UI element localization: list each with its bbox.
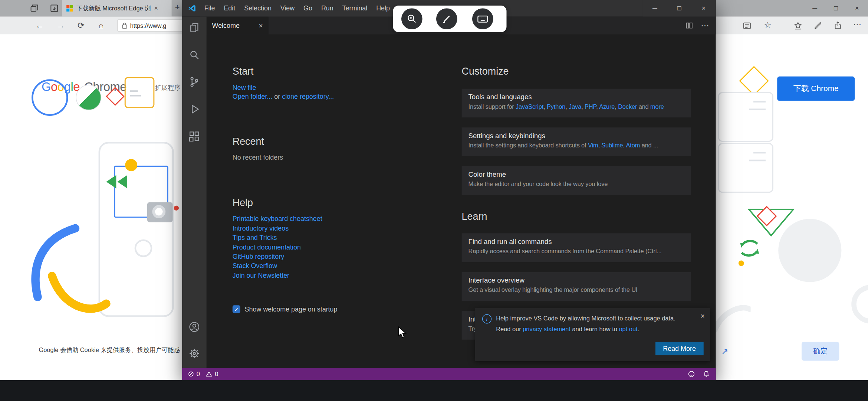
tab-close-icon[interactable]: × <box>259 21 263 29</box>
windows-taskbar: e ∧ 英 19:37 2020/12/27 <box>0 380 868 401</box>
menu-terminal[interactable]: Terminal <box>338 0 372 17</box>
text-segment: Make the editor and your code look the w… <box>468 181 608 188</box>
notification-close-icon[interactable]: × <box>700 312 704 320</box>
vscode-window: Welcome - Visual Studio Code File Edit S… <box>182 0 716 380</box>
inline-link[interactable]: Vim <box>588 142 598 149</box>
more-actions-icon[interactable]: ⋯ <box>701 20 709 30</box>
feedback-smiley-icon[interactable] <box>687 370 695 378</box>
keyboard-button[interactable] <box>472 8 493 29</box>
inline-link[interactable]: clone repository... <box>282 92 334 100</box>
card-title: Find and run all commands <box>468 238 684 245</box>
menu-view[interactable]: View <box>276 0 299 17</box>
favorites-hub-icon[interactable] <box>794 22 802 30</box>
vscode-minimize-button[interactable]: ─ <box>643 0 667 17</box>
card-interface-overview[interactable]: Interface overview Get a visual overlay … <box>462 272 691 301</box>
inline-link[interactable]: privacy statement <box>523 326 571 332</box>
inline-link[interactable]: opt out <box>619 326 637 332</box>
card-find-run-commands[interactable]: Find and run all commands Rapidly access… <box>462 233 691 262</box>
tab-welcome[interactable]: Welcome × <box>207 17 269 35</box>
notes-pen-icon[interactable] <box>814 22 822 30</box>
menu-help[interactable]: Help <box>372 0 394 17</box>
inline-link[interactable]: more <box>650 103 664 110</box>
new-file-link[interactable]: New file <box>233 83 256 92</box>
search-icon[interactable] <box>182 43 207 67</box>
reading-view-icon[interactable] <box>743 22 751 30</box>
help-link-docs[interactable]: Product documentation <box>233 243 322 252</box>
pen-button[interactable] <box>436 8 457 29</box>
split-editor-icon[interactable] <box>685 22 693 29</box>
text-segment: , <box>543 103 547 110</box>
explorer-icon[interactable] <box>182 16 207 40</box>
browser-tab[interactable]: 下载新版 Microsoft Edge 浏 × <box>62 0 171 17</box>
vscode-statusbar: 0 0 <box>182 368 716 380</box>
inline-link[interactable]: Docker <box>618 103 637 110</box>
inline-link[interactable]: PHP <box>585 103 596 110</box>
menu-file[interactable]: File <box>200 0 220 17</box>
zoom-in-button[interactable] <box>401 8 423 29</box>
tab-close-icon[interactable]: × <box>154 4 158 12</box>
menu-edit[interactable]: Edit <box>219 0 240 17</box>
card-color-theme[interactable]: Color theme Make the editor and your cod… <box>462 166 691 195</box>
new-tab-button[interactable]: + <box>175 2 180 12</box>
menu-selection[interactable]: Selection <box>240 0 276 17</box>
inline-link[interactable]: Open folder... <box>233 92 273 100</box>
info-icon: i <box>482 314 491 323</box>
edge-maximize-button[interactable]: □ <box>825 0 846 17</box>
inline-link[interactable]: JavaScript <box>516 103 543 110</box>
inline-link[interactable]: Atom <box>626 142 640 149</box>
extensions-icon[interactable] <box>182 124 207 149</box>
tab-preview-icon[interactable] <box>30 4 39 13</box>
text-segment: and learn how to <box>571 326 619 332</box>
edge-minimize-button[interactable]: ─ <box>804 0 825 17</box>
read-more-button[interactable]: Read More <box>655 342 703 355</box>
card-tools-and-languages[interactable]: Tools and languages Install support for … <box>462 89 691 118</box>
share-icon[interactable] <box>834 21 842 29</box>
set-aside-tabs-icon[interactable] <box>50 4 59 13</box>
run-debug-icon[interactable] <box>182 97 207 121</box>
refresh-button[interactable]: ⟳ <box>78 19 85 32</box>
text-segment: and <box>637 103 650 110</box>
help-link-stackoverflow[interactable]: Stack Overflow <box>233 261 322 271</box>
decoration-circle-gray-big <box>778 219 841 282</box>
menu-go[interactable]: Go <box>299 0 317 17</box>
download-chrome-button[interactable]: 下载 Chrome <box>777 76 855 101</box>
help-link-newsletter[interactable]: Join our Newsletter <box>233 271 322 280</box>
mouse-cursor <box>398 326 410 339</box>
favorites-star-icon[interactable]: ☆ <box>764 20 771 30</box>
inline-link[interactable]: Python <box>547 103 565 110</box>
text-segment: , <box>581 103 585 110</box>
forward-button[interactable]: → <box>56 19 65 32</box>
vscode-window-controls: ─ □ × <box>643 0 716 17</box>
vscode-close-button[interactable]: × <box>691 0 716 17</box>
source-control-icon[interactable] <box>182 70 207 94</box>
account-icon[interactable] <box>182 315 207 339</box>
startup-checkbox[interactable]: ✓ <box>233 305 240 313</box>
notifications-bell-icon[interactable] <box>703 370 710 378</box>
card-settings-keybindings[interactable]: Settings and keybindings Install the set… <box>462 127 691 156</box>
text-segment: Rapidly access and search commands from … <box>468 248 662 254</box>
text-segment: . <box>638 326 640 332</box>
settings-gear-icon[interactable] <box>182 341 207 366</box>
inline-link[interactable]: Java <box>569 103 581 110</box>
decoration-circle-gray-small <box>135 239 152 257</box>
external-link-icon[interactable]: ↗ <box>721 346 729 356</box>
help-link-videos[interactable]: Introductory videos <box>233 224 322 233</box>
decoration-dot-yellow <box>739 260 744 266</box>
more-actions-icon[interactable]: ⋯ <box>853 19 861 29</box>
help-link-tips[interactable]: Tips and Tricks <box>233 233 322 242</box>
home-button[interactable]: ⌂ <box>99 19 104 32</box>
help-link-cheatsheet[interactable]: Printable keyboard cheatsheet <box>233 215 322 224</box>
back-button[interactable]: ← <box>36 19 44 32</box>
menu-run[interactable]: Run <box>317 0 338 17</box>
errors-status[interactable]: 0 <box>188 371 200 377</box>
help-link-github[interactable]: GitHub repository <box>233 252 322 261</box>
nav-item-extensions[interactable]: 扩展程序 <box>155 84 181 92</box>
inline-link[interactable]: Azure <box>599 103 615 110</box>
recent-heading: Recent <box>233 136 264 147</box>
warnings-status[interactable]: 0 <box>206 371 218 377</box>
inline-link[interactable]: Sublime <box>601 142 623 149</box>
cookie-ok-button[interactable]: 确定 <box>802 342 839 361</box>
vscode-maximize-button[interactable]: □ <box>667 0 691 17</box>
edge-close-button[interactable]: × <box>846 0 868 17</box>
decoration-rewind-green <box>105 174 128 190</box>
